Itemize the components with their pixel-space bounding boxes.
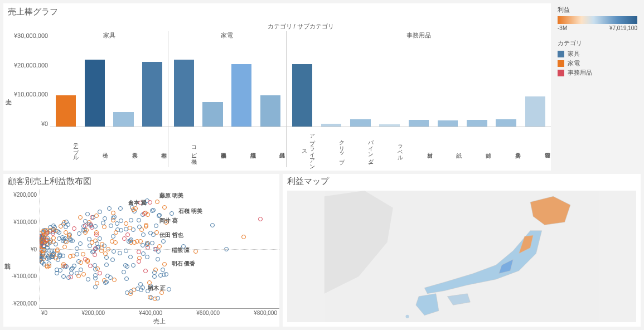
scatter-point[interactable] — [128, 255, 133, 259]
scatter-point[interactable] — [93, 276, 98, 280]
scatter-point[interactable] — [109, 224, 113, 228]
scatter-point[interactable] — [87, 237, 91, 241]
bar-column[interactable] — [346, 119, 375, 127]
scatter-point[interactable] — [104, 263, 109, 267]
scatter-point[interactable] — [133, 206, 138, 211]
scatter-point[interactable] — [210, 223, 215, 227]
scatter-point[interactable] — [86, 277, 90, 282]
bar-column[interactable] — [80, 60, 109, 127]
scatter-point[interactable] — [41, 252, 45, 256]
scatter-point[interactable] — [68, 254, 72, 259]
scatter-point[interactable] — [114, 230, 118, 235]
scatter-point[interactable] — [81, 272, 86, 276]
bar-rect[interactable] — [438, 120, 458, 127]
bar-column[interactable] — [491, 119, 520, 127]
scatter-point[interactable] — [98, 236, 102, 241]
scatter-point[interactable] — [79, 260, 83, 265]
scatter-point[interactable] — [72, 226, 76, 231]
scatter-point[interactable] — [131, 263, 135, 268]
bar-rect[interactable] — [467, 120, 487, 127]
scatter-point[interactable] — [70, 266, 75, 270]
scatter-point[interactable] — [93, 285, 98, 289]
scatter-point[interactable] — [141, 232, 146, 237]
scatter-point[interactable] — [83, 224, 88, 228]
bar-rect[interactable] — [350, 119, 371, 127]
scatter-point[interactable] — [90, 240, 94, 245]
scatter-point[interactable] — [69, 275, 73, 279]
scatter-point[interactable] — [110, 258, 115, 262]
scatter-point[interactable] — [93, 253, 97, 257]
bar-rect[interactable] — [496, 119, 516, 127]
bar-column[interactable] — [462, 120, 491, 127]
scatter-point[interactable] — [162, 205, 167, 210]
scatter-point[interactable] — [128, 239, 133, 243]
bar-rect[interactable] — [409, 120, 429, 127]
scatter-point[interactable] — [78, 215, 83, 220]
scatter-point[interactable] — [118, 206, 123, 211]
scatter-point[interactable] — [95, 241, 99, 246]
scatter-point[interactable] — [161, 239, 166, 244]
scatter-point[interactable] — [137, 225, 142, 229]
map-panel[interactable]: 利益マップ — [283, 174, 641, 327]
scatter-point[interactable] — [138, 282, 143, 287]
scatter-point[interactable] — [102, 225, 106, 229]
scatter-point[interactable] — [70, 239, 75, 243]
scatter-point[interactable] — [119, 219, 123, 223]
scatter-point[interactable] — [79, 268, 83, 272]
legend-item[interactable]: 家電 — [558, 59, 637, 67]
scatter-point[interactable] — [51, 224, 56, 228]
scatter-point[interactable] — [39, 242, 43, 247]
map-body[interactable] — [287, 191, 636, 322]
scatter-point[interactable] — [111, 211, 115, 215]
scatter-point[interactable] — [107, 206, 112, 211]
scatter-point[interactable] — [141, 251, 146, 256]
bar-rect[interactable] — [231, 64, 251, 127]
scatter-point[interactable] — [153, 297, 157, 301]
scatter-point[interactable] — [122, 270, 126, 274]
scatter-point[interactable] — [81, 252, 85, 256]
scatter-point[interactable] — [103, 251, 108, 256]
bar-rect[interactable] — [85, 60, 105, 127]
scatter-point[interactable] — [170, 211, 174, 216]
bar-column[interactable] — [433, 120, 462, 127]
scatter-point[interactable] — [85, 212, 90, 216]
scatter-point[interactable] — [93, 224, 98, 229]
scatter-point[interactable] — [66, 222, 70, 227]
scatter-point[interactable] — [143, 211, 148, 215]
bar-rect[interactable] — [202, 102, 222, 127]
bar-column[interactable] — [375, 124, 404, 127]
scatter-point[interactable] — [51, 231, 55, 236]
scatter-point[interactable] — [94, 230, 99, 235]
bar-rect[interactable] — [113, 112, 133, 127]
scatter-point[interactable] — [103, 216, 107, 221]
scatter-point[interactable] — [93, 263, 97, 268]
bar-rect[interactable] — [142, 62, 162, 127]
scatter-point[interactable] — [137, 256, 142, 260]
scatter-point[interactable] — [103, 280, 108, 285]
bar-column[interactable] — [317, 124, 346, 127]
scatter-point[interactable] — [85, 258, 90, 263]
scatter-point[interactable] — [112, 278, 117, 282]
bar-rect[interactable] — [174, 60, 194, 127]
scatter-point[interactable] — [118, 251, 122, 255]
scatter-point[interactable] — [111, 216, 115, 220]
scatter-point[interactable] — [154, 224, 158, 228]
scatter-point[interactable] — [258, 217, 263, 221]
scatter-point[interactable] — [45, 230, 49, 234]
scatter-point[interactable] — [83, 219, 88, 224]
scatter-point[interactable] — [145, 242, 149, 247]
scatter-point[interactable] — [128, 292, 133, 296]
scatter-point[interactable] — [155, 200, 159, 204]
bar-column[interactable] — [170, 60, 198, 127]
scatter-point[interactable] — [111, 234, 115, 239]
legend-item[interactable]: 家具 — [558, 50, 637, 58]
bar-column[interactable] — [288, 64, 317, 127]
scatter-panel[interactable]: 顧客別売上利益散布図 利益 ¥200,000 ¥100,000 ¥0 -¥100… — [3, 174, 279, 327]
scatter-point[interactable] — [162, 262, 167, 266]
scatter-point[interactable] — [124, 276, 129, 281]
bar-rect[interactable] — [321, 124, 342, 127]
scatter-point[interactable] — [139, 288, 143, 292]
scatter-point[interactable] — [46, 242, 50, 247]
scatter-point[interactable] — [148, 200, 152, 205]
bar-column[interactable] — [521, 96, 550, 127]
